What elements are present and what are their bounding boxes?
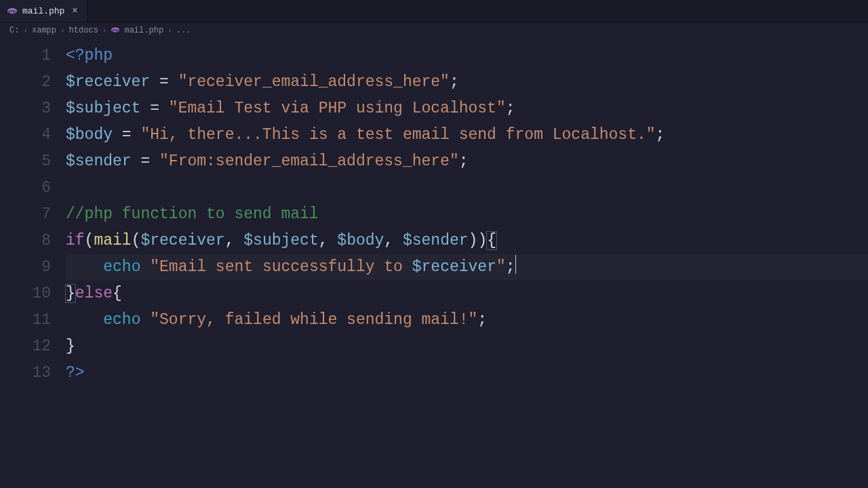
line-number: 4	[0, 122, 51, 148]
token-tag: ?>	[66, 364, 85, 382]
line-number: 7	[0, 201, 51, 228]
line-number: 11	[0, 307, 51, 333]
token-op: ;	[459, 152, 469, 170]
breadcrumb-segment[interactable]: C:	[9, 26, 19, 35]
breadcrumb-segment[interactable]: mail.php	[124, 26, 163, 35]
token-var: $receiver	[66, 73, 150, 91]
token-strvar: $receiver	[412, 258, 496, 276]
breadcrumb[interactable]: C:›xampp›htdocs›phpmail.php›...	[0, 22, 868, 39]
token-builtin: echo	[103, 258, 140, 276]
token-str: "From:sender_email_address_here"	[159, 152, 459, 170]
svg-text:php: php	[9, 9, 16, 13]
tab-bar: php mail.php ×	[0, 0, 868, 22]
breadcrumb-segment[interactable]: ...	[176, 26, 191, 35]
code-editor[interactable]: 12345678910111213 <?php$receiver = "rece…	[0, 39, 868, 488]
code-line[interactable]: }else{	[66, 281, 868, 307]
tab-mail-php[interactable]: php mail.php ×	[0, 0, 87, 22]
token-str: "	[496, 258, 506, 276]
token-op: =	[140, 100, 168, 117]
token-op: ,	[225, 232, 244, 249]
token-tag: <?php	[66, 47, 113, 64]
token-comment: //php function to send mail	[66, 205, 319, 223]
chevron-right-icon: ›	[60, 26, 65, 35]
code-line[interactable]: <?php	[66, 43, 868, 69]
token-op: ;	[656, 126, 665, 144]
token-kw: else	[75, 285, 113, 302]
token-op: (	[85, 232, 94, 249]
code-area[interactable]: <?php$receiver = "receiver_email_address…	[66, 39, 868, 488]
token-var: $sender	[66, 152, 132, 170]
token-str: "Email Test via PHP using Localhost"	[169, 100, 506, 117]
line-number-gutter: 12345678910111213	[0, 39, 66, 488]
token-str: "receiver_email_address_here"	[178, 73, 450, 91]
line-number: 13	[0, 360, 51, 386]
close-icon[interactable]: ×	[69, 5, 80, 16]
token-var: $body	[66, 126, 113, 144]
text-cursor	[515, 255, 516, 274]
line-number: 2	[0, 69, 51, 96]
token-builtin: echo	[103, 311, 140, 329]
token-op: ))	[469, 232, 488, 249]
code-line[interactable]: $body = "Hi, there...This is a test emai…	[66, 122, 868, 148]
token-op	[140, 258, 150, 276]
token-var: $body	[337, 232, 384, 249]
line-number: 12	[0, 333, 51, 360]
tab-label: mail.php	[22, 6, 64, 16]
code-line[interactable]: $receiver = "receiver_email_address_here…	[66, 69, 868, 96]
token-op: ;	[477, 311, 487, 329]
token-op	[66, 311, 103, 329]
token-op: ;	[450, 73, 459, 91]
token-punc-match: {	[486, 231, 497, 250]
token-var: $subject	[243, 232, 318, 249]
code-line[interactable]: //php function to send mail	[66, 201, 868, 228]
token-var: $sender	[403, 232, 469, 249]
token-op: (	[132, 232, 141, 249]
token-op: =	[113, 126, 140, 144]
token-op: ;	[506, 258, 515, 276]
token-op: ,	[319, 232, 338, 249]
token-str: "Email sent successfully to	[150, 258, 412, 276]
line-number: 10	[0, 281, 51, 307]
code-line[interactable]: }	[66, 333, 868, 360]
chevron-right-icon: ›	[102, 26, 107, 35]
php-file-icon: php	[7, 5, 18, 16]
token-var: $receiver	[140, 232, 224, 249]
token-op	[66, 258, 103, 276]
code-line[interactable]: $subject = "Email Test via PHP using Loc…	[66, 96, 868, 122]
code-line[interactable]	[66, 175, 868, 201]
token-op	[140, 311, 150, 329]
line-number: 8	[0, 228, 51, 254]
token-str: "Hi, there...This is a test email send f…	[140, 126, 655, 144]
token-func: mail	[94, 232, 131, 249]
token-op: ;	[506, 100, 515, 117]
token-op: {	[113, 285, 122, 302]
line-number: 5	[0, 148, 51, 175]
token-op: ,	[384, 232, 403, 249]
svg-text:php: php	[113, 27, 119, 31]
token-op: =	[132, 152, 159, 170]
line-number: 6	[0, 175, 51, 201]
token-kw: if	[66, 232, 85, 249]
token-op: =	[150, 73, 178, 91]
line-number: 1	[0, 43, 51, 69]
code-line[interactable]: ?>	[66, 360, 868, 386]
token-str: "Sorry, failed while sending mail!"	[150, 311, 477, 329]
php-file-icon: php	[111, 25, 120, 37]
line-number: 3	[0, 96, 51, 122]
token-var: $subject	[66, 100, 140, 117]
breadcrumb-segment[interactable]: htdocs	[69, 26, 98, 35]
code-line[interactable]: echo "Sorry, failed while sending mail!"…	[66, 307, 868, 333]
code-line[interactable]: if(mail($receiver, $subject, $body, $sen…	[66, 228, 868, 254]
chevron-right-icon: ›	[167, 26, 172, 35]
token-punc-match: }	[65, 284, 76, 303]
line-number: 9	[0, 254, 51, 281]
code-line[interactable]: $sender = "From:sender_email_address_her…	[66, 148, 868, 175]
breadcrumb-segment[interactable]: xampp	[32, 26, 56, 35]
token-op: }	[66, 338, 75, 355]
chevron-right-icon: ›	[23, 26, 28, 35]
